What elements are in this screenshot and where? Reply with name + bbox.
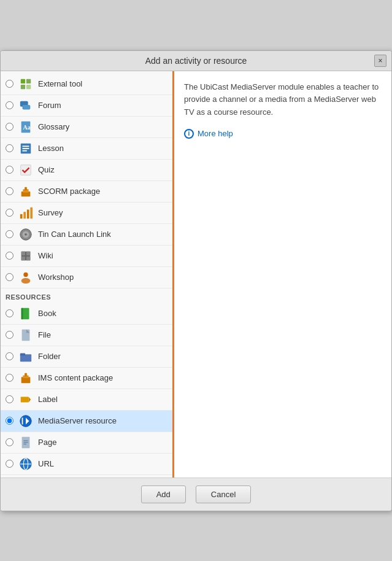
icon-workshop bbox=[18, 270, 33, 285]
activity-item-quiz[interactable]: Quiz bbox=[1, 160, 172, 181]
label-url: URL bbox=[38, 459, 54, 468]
activity-item-tincan[interactable]: Tin Can Launch Link bbox=[1, 224, 172, 246]
add-button[interactable]: Add bbox=[141, 486, 186, 503]
radio-wiki[interactable] bbox=[6, 252, 13, 260]
icon-scorm bbox=[18, 184, 33, 199]
svg-rect-18 bbox=[27, 209, 29, 219]
activity-item-forum[interactable]: Forum bbox=[1, 95, 172, 117]
svg-rect-3 bbox=[26, 84, 31, 88]
svg-rect-16 bbox=[20, 214, 23, 218]
activity-item-scorm[interactable]: SCORM package bbox=[1, 181, 172, 203]
label-mediaserver: MediaServer resource bbox=[38, 416, 117, 425]
svg-rect-10 bbox=[23, 148, 29, 149]
dialog-body: External tool Forum Aa Glossary Lesson Q… bbox=[1, 71, 391, 478]
close-button[interactable]: × bbox=[374, 55, 386, 67]
dialog-title-bar: Add an activity or resource × bbox=[1, 51, 391, 71]
icon-survey bbox=[18, 206, 33, 220]
svg-point-28 bbox=[23, 272, 28, 276]
activity-item-glossary[interactable]: Aa Glossary bbox=[1, 117, 172, 138]
radio-glossary[interactable] bbox=[6, 123, 13, 131]
svg-rect-27 bbox=[26, 256, 30, 260]
icon-tincan bbox=[18, 227, 33, 242]
activity-item-external-tool[interactable]: External tool bbox=[1, 74, 172, 95]
radio-ims[interactable] bbox=[6, 374, 13, 382]
resource-item-url[interactable]: URL bbox=[1, 454, 172, 475]
radio-survey[interactable] bbox=[6, 209, 13, 217]
label-ims: IMS content package bbox=[38, 373, 113, 382]
right-panel: The UbiCast MediaServer module enables a… bbox=[174, 71, 391, 478]
resource-item-page[interactable]: Page bbox=[1, 432, 172, 454]
svg-rect-26 bbox=[21, 256, 25, 260]
radio-mediaserver[interactable] bbox=[6, 417, 13, 425]
radio-lesson[interactable] bbox=[6, 144, 13, 152]
description-text: The UbiCast MediaServer module enables a… bbox=[184, 81, 382, 119]
label-forum: Forum bbox=[38, 101, 61, 110]
label-tincan: Tin Can Launch Link bbox=[38, 230, 111, 239]
radio-file[interactable] bbox=[6, 331, 13, 339]
svg-text:Aa: Aa bbox=[23, 123, 30, 130]
resource-item-folder[interactable]: Folder bbox=[1, 346, 172, 368]
activity-item-wiki[interactable]: Wiki bbox=[1, 246, 172, 267]
svg-rect-9 bbox=[23, 145, 29, 147]
add-activity-dialog: Add an activity or resource × External t… bbox=[0, 50, 392, 511]
resource-item-book[interactable]: Book bbox=[1, 303, 172, 325]
resource-item-label[interactable]: Label bbox=[1, 389, 172, 411]
icon-page bbox=[18, 435, 33, 450]
svg-rect-34 bbox=[20, 353, 25, 355]
more-help-link[interactable]: i More help bbox=[184, 129, 382, 139]
svg-rect-2 bbox=[21, 84, 25, 88]
svg-rect-44 bbox=[23, 440, 28, 441]
svg-rect-37 bbox=[25, 373, 27, 376]
cancel-button[interactable]: Cancel bbox=[196, 486, 251, 503]
svg-rect-1 bbox=[26, 79, 31, 83]
activity-item-survey[interactable]: Survey bbox=[1, 203, 172, 224]
svg-point-22 bbox=[25, 233, 27, 236]
icon-file bbox=[18, 328, 33, 342]
radio-url[interactable] bbox=[6, 460, 13, 468]
radio-book[interactable] bbox=[6, 309, 13, 317]
radio-quiz[interactable] bbox=[6, 166, 13, 174]
radio-external-tool[interactable] bbox=[6, 80, 13, 88]
label-glossary: Glossary bbox=[38, 122, 69, 131]
svg-rect-45 bbox=[23, 442, 28, 443]
label-quiz: Quiz bbox=[38, 165, 55, 174]
label-label: Label bbox=[38, 395, 58, 404]
resource-item-mediaserver[interactable]: MediaServer resource bbox=[1, 411, 172, 432]
svg-rect-0 bbox=[21, 79, 25, 83]
svg-rect-17 bbox=[23, 212, 26, 219]
icon-glossary: Aa bbox=[18, 120, 33, 134]
svg-rect-32 bbox=[22, 329, 30, 340]
icon-external-tool bbox=[18, 77, 33, 91]
svg-rect-12 bbox=[21, 164, 31, 175]
radio-label[interactable] bbox=[6, 395, 13, 403]
label-workshop: Workshop bbox=[38, 273, 74, 282]
resource-item-file[interactable]: File bbox=[1, 325, 172, 346]
icon-folder bbox=[18, 349, 33, 364]
activity-item-lesson[interactable]: Lesson bbox=[1, 138, 172, 160]
label-external-tool: External tool bbox=[38, 79, 82, 88]
label-lesson: Lesson bbox=[38, 144, 64, 153]
icon-ims bbox=[18, 371, 33, 385]
radio-tincan[interactable] bbox=[6, 230, 13, 238]
svg-rect-11 bbox=[23, 150, 27, 151]
icon-mediaserver bbox=[18, 414, 33, 428]
radio-folder[interactable] bbox=[6, 352, 13, 360]
label-wiki: Wiki bbox=[38, 251, 53, 260]
icon-wiki bbox=[18, 249, 33, 263]
svg-rect-19 bbox=[30, 207, 33, 218]
label-survey: Survey bbox=[38, 208, 63, 217]
label-page: Page bbox=[38, 438, 56, 447]
resources-list: Book File Folder IMS content package Lab… bbox=[1, 303, 172, 475]
radio-workshop[interactable] bbox=[6, 273, 13, 281]
svg-rect-25 bbox=[26, 251, 30, 255]
svg-rect-15 bbox=[25, 187, 27, 190]
svg-rect-46 bbox=[23, 443, 26, 444]
icon-lesson bbox=[18, 141, 33, 156]
icon-label bbox=[18, 392, 33, 407]
activity-item-workshop[interactable]: Workshop bbox=[1, 267, 172, 288]
radio-page[interactable] bbox=[6, 438, 13, 446]
radio-scorm[interactable] bbox=[6, 187, 13, 195]
radio-forum[interactable] bbox=[6, 101, 13, 109]
resource-item-ims[interactable]: IMS content package bbox=[1, 368, 172, 389]
label-scorm: SCORM package bbox=[38, 187, 100, 196]
